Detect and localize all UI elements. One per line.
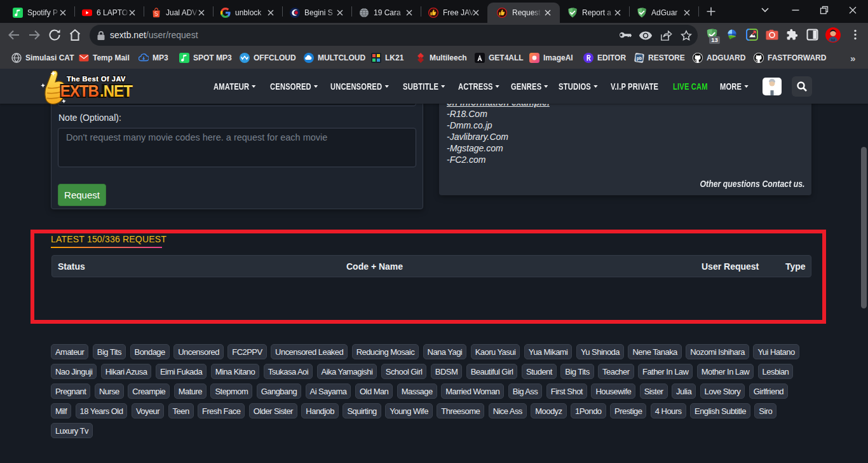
svg-text:.NET: .NET <box>100 83 133 100</box>
svg-text:EXTB: EXTB <box>60 83 98 100</box>
svg-text:pb: pb <box>637 56 642 61</box>
svg-text:The Best Of JAV: The Best Of JAV <box>67 75 126 83</box>
